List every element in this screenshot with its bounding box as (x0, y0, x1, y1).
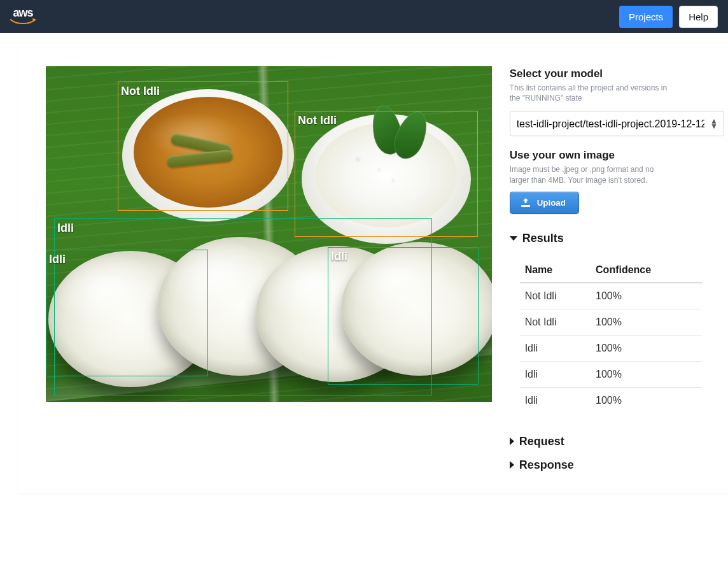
results-table: Name Confidence Not Idli100%Not Idli100%… (520, 258, 702, 413)
results-panel: Name Confidence Not Idli100%Not Idli100%… (510, 258, 724, 413)
results-col-name: Name (520, 258, 591, 283)
detection-bbox-label: Idli (331, 250, 347, 264)
result-confidence: 100% (591, 309, 702, 335)
result-confidence: 100% (591, 387, 702, 413)
aws-smile-icon (10, 18, 36, 25)
table-row: Idli100% (520, 387, 702, 413)
detection-bbox-label: Idli (49, 253, 66, 266)
result-confidence: 100% (591, 335, 702, 361)
table-row: Idli100% (520, 361, 702, 387)
top-navbar: aws Projects Help (0, 0, 728, 33)
result-name: Idli (520, 361, 591, 387)
aws-logo: aws (10, 8, 36, 25)
table-row: Not Idli100% (520, 309, 702, 335)
detection-bbox: Not Idli (118, 82, 288, 211)
detection-bbox-label: Idli (57, 222, 74, 235)
detection-bbox: Idli (328, 247, 479, 385)
help-button-label: Help (689, 11, 708, 22)
response-heading: Response (519, 458, 574, 472)
chevron-right-icon (510, 437, 514, 445)
table-row: Idli100% (520, 335, 702, 361)
svg-rect-0 (521, 205, 530, 207)
response-accordion-toggle[interactable]: Response (510, 458, 724, 472)
projects-button-label: Projects (629, 11, 663, 22)
upload-button[interactable]: Upload (510, 192, 579, 214)
detection-bbox: Idli (46, 250, 208, 376)
main-card: Not IdliNot IdliIdliIdliIdli Select your… (18, 46, 728, 494)
image-preview: Not IdliNot IdliIdliIdliIdli (46, 66, 492, 402)
result-confidence: 100% (591, 283, 702, 309)
request-heading: Request (519, 435, 564, 448)
result-name: Idli (520, 387, 591, 413)
results-heading: Results (522, 232, 564, 245)
upload-button-label: Upload (537, 198, 566, 208)
own-image-sub: Image must be .jpeg or .png format and n… (510, 164, 675, 185)
controls-sidebar: Select your model This list contains all… (510, 66, 724, 472)
results-accordion-toggle[interactable]: Results (510, 232, 724, 245)
model-select[interactable]: test-idli-project/test-idli-project.2019… (510, 111, 724, 136)
upload-icon (521, 198, 531, 207)
select-model-heading: Select your model (510, 67, 724, 80)
aws-logo-text: aws (13, 8, 32, 17)
chevron-right-icon (510, 461, 514, 469)
results-col-confidence: Confidence (591, 258, 702, 283)
select-model-sub: This list contains all the project and v… (510, 83, 675, 103)
result-name: Idli (520, 335, 591, 361)
chevron-down-icon (510, 236, 517, 241)
detection-bbox-label: Not Idli (298, 114, 337, 127)
request-accordion-toggle[interactable]: Request (510, 435, 724, 448)
projects-button[interactable]: Projects (619, 6, 673, 28)
detection-bbox-label: Not Idli (121, 85, 160, 98)
result-name: Not Idli (520, 283, 591, 309)
result-name: Not Idli (520, 309, 591, 335)
help-button[interactable]: Help (679, 6, 718, 28)
table-row: Not Idli100% (520, 283, 702, 309)
result-confidence: 100% (591, 361, 702, 387)
own-image-heading: Use your own image (510, 149, 724, 162)
